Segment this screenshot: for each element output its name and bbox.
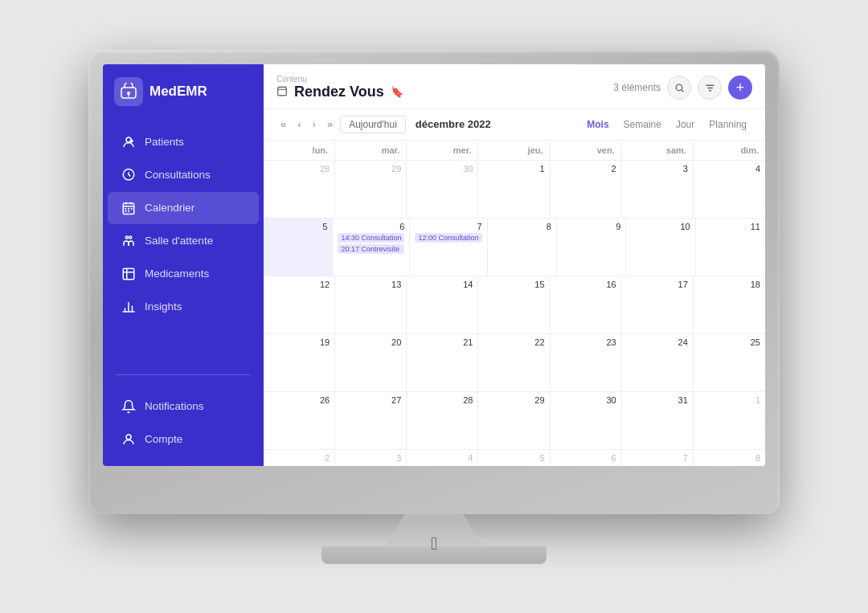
calendar-day[interactable]: 14 (407, 276, 478, 333)
calendar-day[interactable]: 31 (622, 392, 694, 449)
next-nav-button[interactable]: › (309, 116, 320, 133)
calendar-day[interactable]: 24 (622, 334, 694, 391)
day-number: 6 (338, 222, 404, 231)
calendar-day[interactable]: 19 (264, 334, 335, 391)
day-number: 31 (627, 395, 688, 405)
first-nav-button[interactable]: « (276, 116, 290, 133)
sidebar-item-notifications[interactable]: Notifications (108, 390, 259, 423)
calendar-day[interactable]: 3 (335, 450, 407, 466)
day-number: 5 (483, 453, 544, 463)
calendar-day[interactable]: 6 (551, 450, 622, 466)
calendar-day[interactable]: 25 (694, 334, 765, 391)
calendar-day[interactable]: 1 (478, 161, 550, 218)
calendar-day[interactable]: 4 (407, 450, 478, 466)
calendar-day[interactable]: 4 (694, 161, 765, 218)
header-ven: ven. (551, 141, 622, 160)
sidebar-divider (116, 374, 251, 375)
calendar-day[interactable]: 3 (622, 161, 694, 218)
sidebar-item-patients[interactable]: Patients (108, 126, 259, 158)
calendar-day[interactable]: 11 (696, 219, 765, 276)
calendar-day[interactable]: 30 (407, 161, 478, 218)
day-number: 8 (493, 222, 551, 231)
sidebar-item-calendrier[interactable]: Calendrier (108, 192, 259, 224)
view-semaine[interactable]: Semaine (618, 116, 667, 133)
sidebar-nav: Patients Consultations (103, 119, 264, 366)
day-number: 11 (701, 222, 760, 231)
calendar-day[interactable]: 9 (557, 219, 626, 276)
filter-button[interactable] (698, 76, 722, 100)
event-chip[interactable]: 14:30 Consultation (338, 233, 404, 243)
calendar-day[interactable]: 22 (478, 334, 550, 391)
svg-point-15 (125, 236, 128, 239)
prev-nav-button[interactable]: ‹ (293, 116, 305, 133)
calendar-day[interactable]: 28 (264, 161, 335, 218)
add-button[interactable]: + (728, 76, 752, 100)
calendar-day[interactable]: 27 (335, 392, 407, 449)
bookmark-icon[interactable]: 🔖 (391, 86, 403, 98)
day-number: 2 (268, 453, 330, 463)
calendar-day[interactable]: 28 (407, 392, 478, 449)
svg-point-16 (129, 236, 132, 239)
day-number: 16 (555, 280, 616, 289)
view-jour[interactable]: Jour (670, 116, 700, 133)
main-content: Contenu Rendez Vous 🔖 (264, 64, 765, 466)
compte-icon (121, 431, 137, 447)
day-number: 30 (555, 395, 616, 405)
notifications-icon (121, 398, 137, 415)
calendrier-icon (121, 200, 137, 216)
calendar-day[interactable]: 29 (478, 392, 550, 449)
header-dim: dim. (694, 141, 765, 160)
salle-attente-label: Salle d'attente (145, 235, 213, 247)
calendar-day[interactable]: 2 (264, 450, 335, 466)
calendar-small-icon (276, 85, 288, 99)
sidebar-item-compte[interactable]: Compte (108, 423, 259, 456)
notifications-label: Notifications (145, 400, 204, 412)
sidebar-bottom: Notifications Compte (103, 383, 264, 466)
event-chip[interactable]: 12:00 Consultation (415, 233, 481, 243)
sidebar-item-medicaments[interactable]: Medicaments (108, 258, 259, 290)
calendar-day[interactable]: 1 (694, 392, 765, 449)
search-button[interactable] (667, 76, 691, 100)
header-lun: lun. (264, 141, 335, 160)
calendar-day[interactable]: 21 (407, 334, 478, 391)
calendar-day[interactable]: 26 (264, 392, 335, 449)
sidebar-item-consultations[interactable]: Consultations (108, 159, 259, 191)
view-planning[interactable]: Planning (703, 116, 752, 133)
calendar-day[interactable]: 12 (264, 276, 335, 333)
week-row: 19202122232425 (264, 334, 765, 392)
calendar-day[interactable]: 29 (335, 161, 407, 218)
calendar-day[interactable]: 712:00 Consultation (410, 219, 487, 276)
calendar-day[interactable]: 8 (694, 450, 765, 466)
calendar-day[interactable]: 30 (551, 392, 622, 449)
calendar-day[interactable]: 23 (551, 334, 622, 391)
sidebar-item-salle-attente[interactable]: Salle d'attente (108, 225, 259, 257)
day-number: 20 (340, 337, 401, 347)
svg-point-24 (676, 84, 682, 91)
today-button[interactable]: Aujourd'hui (340, 116, 406, 133)
calendar-day[interactable]: 10 (626, 219, 695, 276)
calendar-day[interactable]: 20 (335, 334, 407, 391)
view-mois[interactable]: Mois (581, 116, 614, 133)
calendar-day[interactable]: 7 (622, 450, 694, 466)
calendar-day[interactable]: 614:30 Consultation20:17 Contrevisite (333, 219, 410, 276)
last-nav-button[interactable]: » (323, 116, 337, 133)
day-number: 23 (555, 337, 616, 347)
day-number: 27 (340, 395, 401, 405)
calendar-day[interactable]: 13 (335, 276, 407, 333)
calendar-day[interactable]: 5 (478, 450, 550, 466)
day-number: 26 (268, 395, 330, 405)
header-mar: mar. (335, 141, 407, 160)
event-chip[interactable]: 20:17 Contrevisite (338, 244, 404, 254)
monitor-bezel: MedEMR Patients (88, 50, 780, 514)
svg-point-21 (126, 435, 131, 439)
calendar-day[interactable]: 18 (694, 276, 765, 333)
calendrier-label: Calendrier (145, 202, 194, 214)
calendar-day[interactable]: 2 (551, 161, 622, 218)
calendar-day[interactable]: 16 (551, 276, 622, 333)
calendar-day[interactable]: 5 (264, 219, 333, 276)
calendar-day[interactable]: 17 (622, 276, 694, 333)
calendar-day[interactable]: 8 (488, 219, 557, 276)
day-number: 8 (698, 453, 760, 463)
calendar-day[interactable]: 15 (478, 276, 550, 333)
sidebar-item-insights[interactable]: Insights (108, 291, 259, 323)
